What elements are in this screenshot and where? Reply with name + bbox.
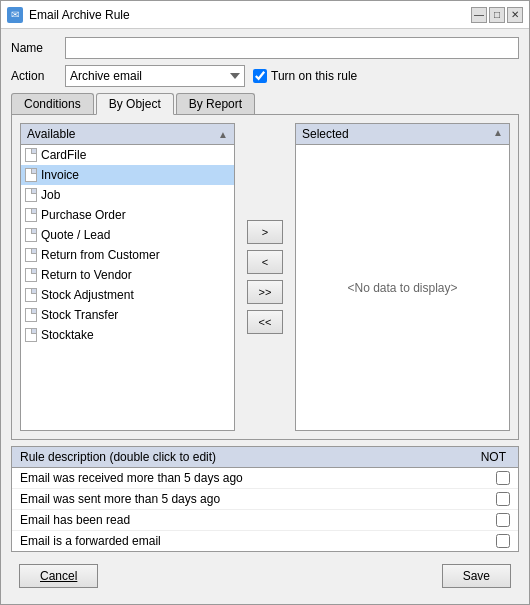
- list-item[interactable]: Job: [21, 185, 234, 205]
- list-item[interactable]: Return to Vendor: [21, 265, 234, 285]
- rule-text-4: Email is a forwarded email: [20, 534, 496, 548]
- move-left-button[interactable]: <: [247, 250, 283, 274]
- action-label: Action: [11, 69, 57, 83]
- move-all-right-button[interactable]: >>: [247, 280, 283, 304]
- window-controls: — □ ✕: [471, 7, 523, 23]
- not-label: NOT: [481, 450, 506, 464]
- list-item-text: Purchase Order: [41, 208, 126, 222]
- rule-checkbox-2[interactable]: [496, 492, 510, 506]
- doc-icon: [25, 168, 37, 182]
- list-item-text: Job: [41, 188, 60, 202]
- no-data-text: <No data to display>: [347, 281, 457, 295]
- tab-conditions[interactable]: Conditions: [11, 93, 94, 114]
- save-button[interactable]: Save: [442, 564, 511, 588]
- list-item[interactable]: Quote / Lead: [21, 225, 234, 245]
- rule-row-2: Email was sent more than 5 days ago: [12, 489, 518, 510]
- turn-on-row: Turn on this rule: [253, 69, 357, 83]
- tab-content: Available ▲ CardFile Invoice: [11, 115, 519, 440]
- list-item[interactable]: Stock Adjustment: [21, 285, 234, 305]
- main-window: ✉ Email Archive Rule — □ ✕ Name Action A…: [0, 0, 530, 605]
- list-item-text: Return to Vendor: [41, 268, 132, 282]
- list-item[interactable]: Purchase Order: [21, 205, 234, 225]
- rule-checkbox-3[interactable]: [496, 513, 510, 527]
- doc-icon: [25, 328, 37, 342]
- doc-icon: [25, 188, 37, 202]
- close-button[interactable]: ✕: [507, 7, 523, 23]
- available-header: Available ▲: [20, 123, 235, 144]
- list-item[interactable]: CardFile: [21, 145, 234, 165]
- doc-icon: [25, 268, 37, 282]
- rule-text-2: Email was sent more than 5 days ago: [20, 492, 496, 506]
- doc-icon: [25, 148, 37, 162]
- window-title: Email Archive Rule: [29, 8, 471, 22]
- doc-icon: [25, 228, 37, 242]
- list-item-text: Invoice: [41, 168, 79, 182]
- rule-header-text: Rule description (double click to edit): [20, 450, 216, 464]
- action-select[interactable]: Archive email Delete email Move email: [65, 65, 245, 87]
- rule-text-3: Email has been read: [20, 513, 496, 527]
- available-panel: Available ▲ CardFile Invoice: [20, 123, 235, 431]
- transfer-buttons: > < >> <<: [243, 123, 287, 431]
- minimize-button[interactable]: —: [471, 7, 487, 23]
- window-body: Name Action Archive email Delete email M…: [1, 29, 529, 604]
- doc-icon: [25, 248, 37, 262]
- doc-icon: [25, 308, 37, 322]
- tab-bar: Conditions By Object By Report: [11, 93, 519, 115]
- selected-panel: Selected ▲ <No data to display>: [295, 123, 510, 431]
- doc-icon: [25, 288, 37, 302]
- selected-header: Selected ▲: [295, 123, 510, 144]
- list-item[interactable]: Stock Transfer: [21, 305, 234, 325]
- cancel-button[interactable]: Cancel: [19, 564, 98, 588]
- rule-section: Rule description (double click to edit) …: [11, 446, 519, 552]
- rule-row-1: Email was received more than 5 days ago: [12, 468, 518, 489]
- list-item[interactable]: Stocktake: [21, 325, 234, 345]
- name-input[interactable]: [65, 37, 519, 59]
- turn-on-label: Turn on this rule: [271, 69, 357, 83]
- title-bar: ✉ Email Archive Rule — □ ✕: [1, 1, 529, 29]
- list-item-text: CardFile: [41, 148, 86, 162]
- doc-icon: [25, 208, 37, 222]
- list-item-text: Return from Customer: [41, 248, 160, 262]
- move-all-left-button[interactable]: <<: [247, 310, 283, 334]
- sort-icon: ▲: [218, 129, 228, 140]
- turn-on-checkbox[interactable]: [253, 69, 267, 83]
- list-item[interactable]: Return from Customer: [21, 245, 234, 265]
- action-row: Action Archive email Delete email Move e…: [11, 65, 519, 87]
- list-item[interactable]: Invoice: [21, 165, 234, 185]
- selected-label: Selected: [302, 127, 349, 141]
- footer-row: Cancel Save: [11, 558, 519, 596]
- available-list[interactable]: CardFile Invoice Job Purchase Order: [20, 144, 235, 431]
- name-label: Name: [11, 41, 57, 55]
- tabs-section: Conditions By Object By Report Available…: [11, 93, 519, 440]
- maximize-button[interactable]: □: [489, 7, 505, 23]
- window-icon: ✉: [7, 7, 23, 23]
- tab-by-object[interactable]: By Object: [96, 93, 174, 115]
- rule-header: Rule description (double click to edit) …: [12, 447, 518, 468]
- no-data-area: <No data to display>: [295, 144, 510, 431]
- list-item-text: Stocktake: [41, 328, 94, 342]
- move-right-button[interactable]: >: [247, 220, 283, 244]
- tab-by-report[interactable]: By Report: [176, 93, 255, 114]
- rule-text-1: Email was received more than 5 days ago: [20, 471, 496, 485]
- rule-row-3: Email has been read: [12, 510, 518, 531]
- name-row: Name: [11, 37, 519, 59]
- selected-sort-icon: ▲: [493, 127, 503, 138]
- available-label: Available: [27, 127, 75, 141]
- list-item-text: Stock Transfer: [41, 308, 118, 322]
- rule-row-4: Email is a forwarded email: [12, 531, 518, 551]
- list-item-text: Quote / Lead: [41, 228, 110, 242]
- list-item-text: Stock Adjustment: [41, 288, 134, 302]
- rule-checkbox-1[interactable]: [496, 471, 510, 485]
- rule-checkbox-4[interactable]: [496, 534, 510, 548]
